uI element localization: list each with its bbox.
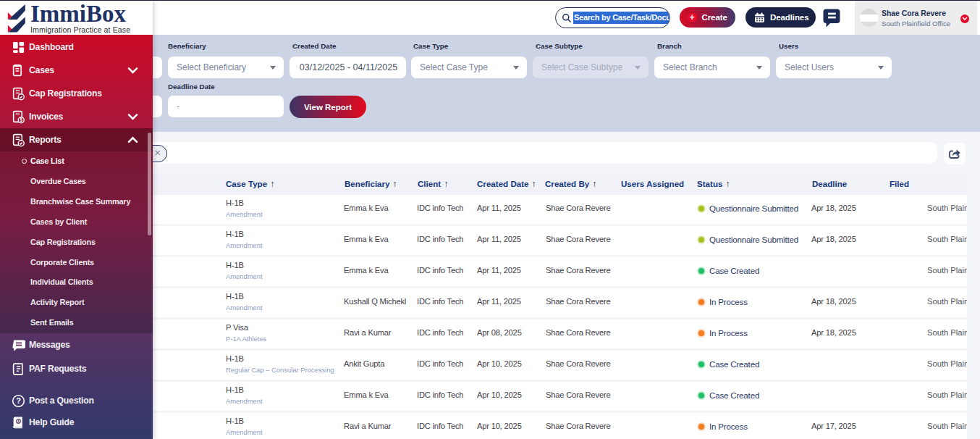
svg-text:?: ? [16,396,21,405]
